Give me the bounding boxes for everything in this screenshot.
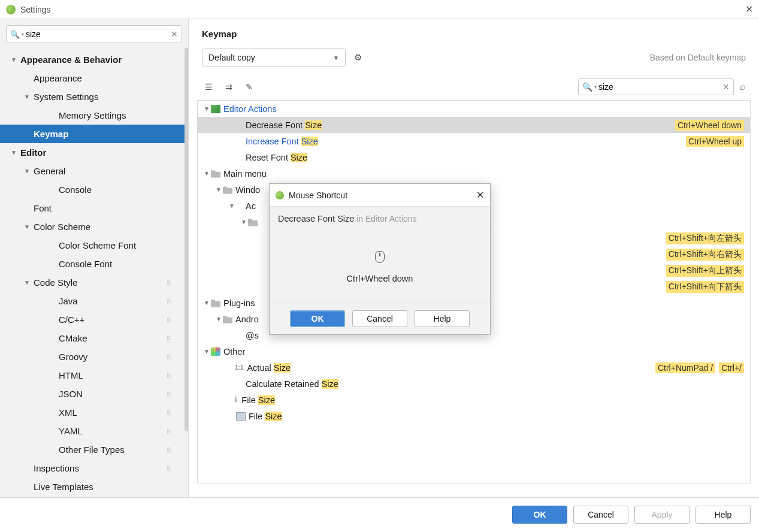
chevron-icon: ▼ bbox=[241, 219, 247, 225]
tree-item[interactable]: HTML⎘ bbox=[0, 366, 188, 385]
tree-item[interactable]: Memory Settings bbox=[0, 106, 188, 125]
action-search-input[interactable] bbox=[598, 82, 722, 92]
help-button[interactable]: Help bbox=[415, 310, 470, 327]
mouse-shortcut-dialog: Mouse Shortcut ✕ Decrease Font Size in E… bbox=[269, 183, 491, 335]
titlebar: Settings ✕ bbox=[0, 0, 759, 19]
tree-item-label: Java bbox=[59, 296, 78, 306]
keymap-select[interactable]: Default copy ▼ bbox=[202, 49, 346, 66]
sidebar-search-input[interactable] bbox=[26, 29, 171, 39]
tree-item[interactable]: ▼Editor bbox=[0, 143, 188, 162]
chevron-down-icon: ▾ bbox=[594, 84, 597, 90]
shortcut-list: Ctrl+Wheel down bbox=[675, 120, 744, 131]
tree-item-label: Console bbox=[59, 185, 92, 195]
shortcut-label: Ctrl+Wheel down bbox=[347, 274, 413, 283]
chevron-icon: ▼ bbox=[216, 316, 222, 322]
tree-item[interactable]: Java⎘ bbox=[0, 292, 188, 310]
tree-item[interactable]: JSON⎘ bbox=[0, 385, 188, 403]
tree-item[interactable]: Console Font bbox=[0, 255, 188, 273]
close-icon[interactable]: ✕ bbox=[745, 4, 753, 15]
tree-item[interactable]: ▼General bbox=[0, 162, 188, 180]
copy-icon: ⎘ bbox=[167, 409, 171, 416]
page-title: Keymap bbox=[202, 29, 746, 39]
dialog-footer: OK Cancel Help bbox=[270, 303, 490, 334]
action-row[interactable]: ▼Editor Actions bbox=[198, 101, 750, 117]
expand-all-icon[interactable]: ☰ bbox=[202, 80, 215, 93]
gear-icon[interactable]: ⚙ bbox=[354, 52, 362, 63]
tree-item[interactable]: Other File Types⎘ bbox=[0, 440, 188, 459]
cancel-button[interactable]: Cancel bbox=[352, 310, 407, 327]
dialog-body[interactable]: Ctrl+Wheel down bbox=[270, 231, 490, 303]
ok-button[interactable]: OK bbox=[290, 310, 345, 327]
tree-item-label: Other File Types bbox=[59, 445, 125, 455]
tree-item[interactable]: Color Scheme Font bbox=[0, 236, 188, 255]
action-row[interactable]: 1:1Actual SizeCtrl+NumPad /Ctrl+/ bbox=[198, 359, 750, 376]
other-icon bbox=[211, 347, 220, 356]
tree-item[interactable]: ▼Color Scheme bbox=[0, 217, 188, 236]
tree-item-label: Code Style bbox=[34, 277, 77, 288]
action-row[interactable]: ▼Other bbox=[198, 343, 750, 359]
action-row[interactable]: Decrease Font SizeCtrl+Wheel down bbox=[198, 117, 750, 133]
copy-icon: ⎘ bbox=[167, 446, 171, 454]
action-row[interactable]: File Size bbox=[198, 408, 750, 424]
tree-item-label: Live Templates bbox=[34, 482, 93, 492]
action-row[interactable]: iFile Size bbox=[198, 392, 750, 408]
tree-item[interactable]: Groovy⎘ bbox=[0, 347, 188, 366]
chevron-icon: ▼ bbox=[204, 105, 210, 112]
tree-item[interactable]: XML⎘ bbox=[0, 403, 188, 422]
settings-tree[interactable]: ▼Appearance & BehaviorAppearance▼System … bbox=[0, 48, 188, 497]
close-icon[interactable]: ✕ bbox=[476, 189, 484, 201]
tree-item[interactable]: ▼Appearance & Behavior bbox=[0, 50, 188, 69]
tree-item[interactable]: YAML⎘ bbox=[0, 422, 188, 440]
actual-size-icon: 1:1 bbox=[235, 364, 243, 371]
tree-item[interactable]: CMake⎘ bbox=[0, 329, 188, 347]
tree-item[interactable]: Live Templates bbox=[0, 477, 188, 496]
help-button[interactable]: Help bbox=[696, 506, 751, 524]
action-label: Actual Size bbox=[247, 363, 291, 373]
tree-item[interactable]: Inspections⎘ bbox=[0, 459, 188, 477]
tree-item-label: System Settings bbox=[34, 92, 98, 102]
tree-item-label: XML bbox=[59, 407, 77, 418]
mouse-icon bbox=[375, 251, 385, 263]
chevron-icon: ▼ bbox=[24, 279, 30, 286]
action-row[interactable]: Calculate Retained Size bbox=[198, 376, 750, 392]
tree-item-label: HTML bbox=[59, 370, 83, 380]
clear-icon[interactable]: ✕ bbox=[171, 29, 178, 39]
action-row[interactable]: Reset Font Size bbox=[198, 149, 750, 165]
chevron-icon: ▼ bbox=[24, 93, 30, 100]
tree-item-label: Inspections bbox=[34, 463, 79, 473]
clear-icon[interactable]: ✕ bbox=[722, 82, 730, 92]
action-label: File Size bbox=[241, 395, 275, 405]
tree-item[interactable]: Font bbox=[0, 199, 188, 217]
app-icon bbox=[6, 5, 16, 14]
collapse-all-icon[interactable]: ⇉ bbox=[222, 80, 235, 93]
ok-button[interactable]: OK bbox=[512, 506, 567, 524]
action-label: Windo bbox=[235, 185, 260, 195]
action-label: Main menu bbox=[223, 169, 267, 179]
action-row[interactable]: Increase Font SizeCtrl+Wheel up bbox=[198, 133, 750, 149]
shortcut-list: Ctrl+Shift+向上箭头 bbox=[666, 265, 744, 277]
tree-item[interactable]: Appearance bbox=[0, 69, 188, 87]
copy-icon: ⎘ bbox=[167, 391, 171, 398]
shortcut-list: Ctrl+Wheel up bbox=[686, 136, 744, 147]
action-row[interactable]: ▼Main menu bbox=[198, 165, 750, 182]
tree-item-label: Appearance bbox=[34, 73, 82, 83]
tree-item[interactable]: ▼System Settings bbox=[0, 87, 188, 106]
copy-icon: ⎘ bbox=[167, 298, 171, 305]
tree-item[interactable]: Console bbox=[0, 180, 188, 199]
tree-item[interactable]: Keymap bbox=[0, 125, 188, 143]
tree-item-label: Color Scheme bbox=[34, 222, 90, 232]
find-action-icon[interactable]: ⌕ bbox=[740, 81, 746, 92]
action-toolbar: ☰ ⇉ ✎ 🔍 ▾ ✕ ⌕ bbox=[189, 78, 759, 95]
action-search[interactable]: 🔍 ▾ ✕ bbox=[578, 78, 734, 95]
shortcut-list: Ctrl+Shift+向左箭头 bbox=[666, 232, 744, 244]
edit-icon[interactable]: ✎ bbox=[243, 80, 256, 93]
sidebar-search[interactable]: 🔍 ▾ ✕ bbox=[6, 25, 182, 43]
apply-button[interactable]: Apply bbox=[634, 506, 690, 524]
scrollbar-thumb[interactable] bbox=[185, 48, 188, 431]
dialog-titlebar: Mouse Shortcut ✕ bbox=[270, 184, 490, 207]
tree-item[interactable]: C/C++⎘ bbox=[0, 310, 188, 329]
cancel-button[interactable]: Cancel bbox=[573, 506, 628, 524]
dialog-action-context: in Editor Actions bbox=[356, 214, 416, 223]
chevron-down-icon: ▼ bbox=[333, 55, 339, 61]
tree-item[interactable]: ▼Code Style⎘ bbox=[0, 273, 188, 292]
